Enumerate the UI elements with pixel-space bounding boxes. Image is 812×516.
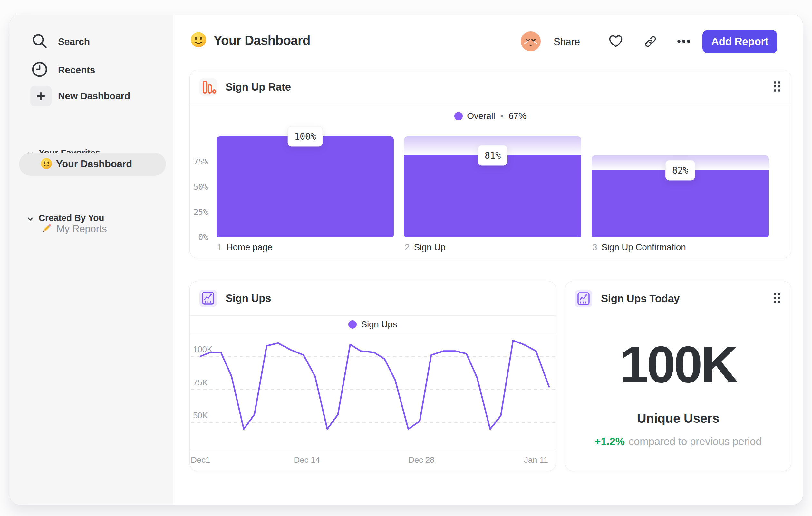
funnel-legend[interactable]: Overall • 67% — [190, 105, 791, 128]
x-axis-label: Dec1 — [191, 455, 210, 465]
metric-value: 100K — [565, 338, 791, 390]
funnel-step-label: 2Sign Up — [405, 242, 446, 252]
clock-icon — [31, 61, 48, 79]
screen: Search Recents New Dashboard Your Favori… — [0, 0, 812, 516]
legend-dot-icon — [454, 112, 463, 120]
smiley-emoji-icon — [40, 158, 52, 171]
sidebar-item-your-dashboard[interactable]: Your Dashboard — [19, 153, 166, 176]
funnel-bar-fill — [404, 156, 581, 237]
card-title: Sign Ups — [226, 292, 271, 304]
metric-label: Unique Users — [565, 410, 791, 426]
funnel-plot: 100%1Home page81%2Sign Up82%3Sign Up Con… — [216, 136, 769, 237]
smiley-emoji-icon — [191, 32, 207, 49]
line-plot: 100K75K50K — [190, 334, 556, 450]
sidebar-item-search[interactable]: Search — [31, 32, 90, 51]
page-title: Your Dashboard — [214, 33, 310, 48]
delta-description: compared to previous period — [629, 435, 762, 447]
search-icon — [31, 32, 48, 51]
sidebar-item-label: Recents — [58, 64, 95, 76]
funnel-step-label: 3Sign Up Confirmation — [592, 242, 686, 252]
drag-handle-icon[interactable] — [773, 292, 781, 305]
drag-handle-icon[interactable] — [773, 80, 781, 94]
x-axis-label: Dec 28 — [408, 455, 434, 465]
avatar[interactable] — [521, 31, 541, 51]
sign-up-rate-card: Sign Up Rate Overall • 67% 75%50%25%0% 1… — [190, 70, 791, 258]
line-x-axis: Dec1Dec 14Dec 28Jan 11 — [190, 450, 556, 471]
sidebar-item-label: New Dashboard — [58, 91, 130, 102]
pencil-emoji-icon — [40, 222, 53, 236]
y-axis-label: 75K — [193, 377, 208, 388]
share-button[interactable]: Share — [554, 36, 580, 48]
favorite-heart-icon[interactable] — [608, 34, 623, 50]
sidebar-item-label: Search — [58, 36, 90, 47]
main-content: Your Dashboard Share Add Report — [173, 15, 803, 505]
line-chart-icon — [199, 290, 217, 307]
funnel-y-tick: 75% — [193, 157, 208, 166]
funnel-bar-fill — [216, 136, 394, 237]
funnel-y-tick: 0% — [198, 233, 208, 242]
legend-value: 67% — [509, 111, 526, 121]
card-title: Sign Ups Today — [601, 293, 679, 305]
funnel-bar[interactable]: 100%1Home page — [216, 136, 394, 237]
add-report-button[interactable]: Add Report — [702, 30, 777, 53]
page-title-row: Your Dashboard — [191, 32, 310, 49]
line-chart-svg — [190, 334, 556, 450]
sidebar-item-label: My Reports — [56, 223, 107, 235]
copy-link-icon[interactable] — [643, 34, 658, 50]
x-axis-label: Dec 14 — [294, 455, 320, 465]
funnel-y-tick: 25% — [193, 207, 208, 217]
legend-label: Sign Ups — [361, 319, 397, 330]
card-header: Sign Up Rate — [190, 70, 791, 105]
line-legend[interactable]: Sign Ups — [190, 316, 556, 333]
sidebar-item-recents[interactable]: Recents — [31, 61, 95, 79]
funnel-bar[interactable]: 81%2Sign Up — [404, 136, 581, 237]
metric-delta-row: +1.2%compared to previous period — [565, 435, 791, 447]
more-options-icon[interactable] — [677, 38, 691, 46]
x-axis-label: Jan 11 — [524, 455, 548, 465]
delta-value: +1.2% — [594, 435, 625, 447]
signups-line — [200, 341, 549, 429]
funnel-bar[interactable]: 82%3Sign Up Confirmation — [591, 136, 769, 237]
app-window: Search Recents New Dashboard Your Favori… — [10, 15, 803, 505]
card-header: Sign Ups Today — [565, 281, 791, 316]
card-title: Sign Up Rate — [226, 81, 291, 93]
funnel-step-label: 1Home page — [217, 242, 272, 252]
line-chart-icon — [575, 290, 592, 307]
legend-dot-icon — [348, 320, 357, 329]
chevron-down-icon — [28, 213, 33, 223]
legend-label: Overall — [467, 111, 495, 121]
sidebar: Search Recents New Dashboard Your Favori… — [10, 15, 173, 505]
legend-separator: • — [500, 111, 504, 121]
funnel-value-tooltip: 81% — [478, 145, 508, 166]
sidebar-item-new-dashboard[interactable]: New Dashboard — [30, 87, 130, 105]
funnel-value-tooltip: 100% — [288, 127, 323, 147]
sign-ups-today-card: Sign Ups Today 100K Unique Users +1.2%co… — [565, 281, 791, 471]
bar-chart-icon — [199, 78, 217, 96]
y-axis-label: 50K — [193, 410, 208, 421]
funnel-y-tick: 50% — [193, 182, 208, 192]
sidebar-item-my-reports[interactable]: My Reports — [40, 221, 107, 237]
funnel-value-tooltip: 82% — [665, 160, 695, 180]
y-axis-label: 100K — [193, 344, 212, 355]
card-header: Sign Ups — [190, 281, 556, 316]
sidebar-item-label: Your Dashboard — [56, 158, 132, 170]
sign-ups-card: Sign Ups Sign Ups 100K75K50K Dec1Dec 14D… — [190, 281, 556, 471]
plus-icon — [30, 86, 52, 106]
funnel-y-axis: 75%50%25%0% — [192, 136, 208, 237]
